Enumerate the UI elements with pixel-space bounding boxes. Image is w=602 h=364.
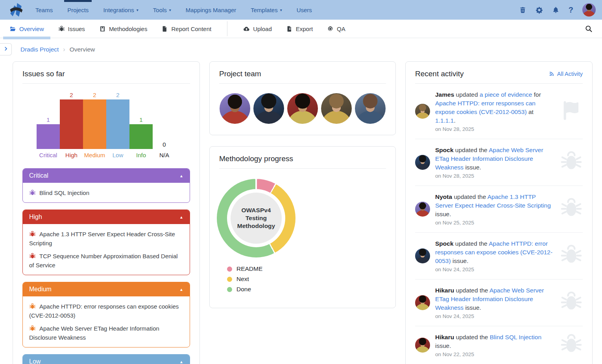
bug-icon (560, 150, 583, 175)
team-member-avatar[interactable] (287, 93, 318, 124)
bar-category-label: Critical (39, 152, 57, 158)
activity-link[interactable]: Apache HTTPD: error responses can expose… (435, 100, 536, 115)
bar (106, 99, 129, 149)
bug-icon (29, 325, 39, 332)
activity-user: Hikaru (435, 287, 454, 294)
tab-label: QA (337, 26, 345, 32)
team-member-avatar[interactable] (220, 93, 250, 124)
methodology-donut-chart: OWASPv4 Testing Methodology (217, 179, 295, 257)
nav-item-projects[interactable]: Projects (67, 0, 89, 20)
bar-category-label: Low (113, 152, 124, 158)
bug-icon (29, 253, 39, 259)
bug-icon (29, 231, 39, 237)
issue-link[interactable]: Apache HTTPD: error responses can expose… (29, 303, 179, 319)
legend-item: Next (219, 276, 386, 283)
tab-report-content[interactable]: Report Content (161, 20, 211, 38)
tab-upload[interactable]: Upload (243, 20, 272, 38)
issue-item: TCP Sequence Number Approximation Based … (29, 252, 183, 270)
activity-text: James updated a piece of evidence for Ap… (435, 90, 554, 125)
bar (60, 99, 83, 149)
all-activity-link[interactable]: All Activity (549, 70, 583, 78)
tab-qa[interactable]: QA (327, 20, 345, 38)
severity-panel-header[interactable]: High▲ (23, 210, 190, 224)
nav-item-integrations[interactable]: Integrations▾ (103, 0, 138, 20)
nav-item-tools[interactable]: Tools▾ (153, 0, 171, 20)
activity-plain-text: . (454, 117, 455, 124)
severity-panel-critical: Critical▲Blind SQL Injection (22, 168, 190, 203)
activity-plain-text: updated the (455, 147, 489, 153)
user-avatar[interactable] (582, 3, 596, 17)
chart-column-high: 2High (60, 92, 83, 158)
activity-plain-text: issue. (451, 257, 469, 264)
issue-link[interactable]: Apache Web Server ETag Header Informatio… (29, 325, 159, 341)
project-subnav: OverviewIssuesMethodologiesReport Conten… (0, 20, 602, 38)
search-icon[interactable] (585, 25, 593, 33)
tab-export[interactable]: Export (286, 20, 313, 38)
issues-bar-chart: 1Critical2High2Medium2Low1Info0N/A (13, 84, 199, 158)
chart-column-n-a: 0N/A (153, 141, 176, 158)
bug-icon (29, 303, 39, 310)
issue-item: Blind SQL Injection (29, 188, 183, 197)
tab-overview[interactable]: Overview (9, 20, 44, 38)
tab-label: Upload (253, 26, 272, 32)
nav-item-users[interactable]: Users (297, 0, 312, 20)
nav-item-mappings-manager[interactable]: Mappings Manager (186, 0, 236, 20)
activity-link[interactable]: Apache 1.3 HTTP Server Expect Header Cro… (435, 193, 551, 209)
chevron-down-icon: ▾ (280, 8, 282, 12)
activity-user: Nyota (435, 193, 452, 200)
activity-plain-text: issue. (435, 342, 451, 349)
issue-link[interactable]: Blind SQL Injection (39, 189, 89, 196)
bell-icon[interactable] (552, 6, 560, 14)
bar (83, 99, 106, 149)
bar-value-label: 2 (116, 92, 119, 98)
issue-link[interactable]: TCP Sequence Number Approximation Based … (29, 253, 178, 268)
severity-panel-header[interactable]: Critical▲ (23, 169, 190, 183)
nav-item-templates[interactable]: Templates▾ (251, 0, 282, 20)
activity-link[interactable]: 1.1.1.1 (435, 117, 454, 124)
issue-item: Apache 1.3 HTTP Server Expect Header Cro… (29, 230, 183, 248)
breadcrumb-project-link[interactable]: Dradis Project (20, 46, 59, 53)
collapse-caret-icon: ▲ (179, 360, 183, 364)
nav-item-teams[interactable]: Teams (35, 0, 53, 20)
activity-plain-text: at (527, 108, 534, 115)
breadcrumb-separator: › (63, 46, 65, 53)
donut-legend: READMENextDone (210, 265, 395, 308)
severity-panels: Critical▲Blind SQL InjectionHigh▲Apache … (13, 158, 199, 364)
team-member-avatar[interactable] (253, 93, 284, 124)
gear-icon[interactable] (536, 6, 543, 14)
activity-plain-text: updated the (456, 287, 489, 294)
activity-plain-text: updated the (454, 193, 487, 200)
activity-entry: Spock updated the Apache HTTPD: error re… (415, 232, 583, 279)
activity-feed: James updated a piece of evidence for Ap… (406, 84, 592, 364)
avatar (415, 155, 430, 170)
severity-panel-header[interactable]: Low▲ (23, 355, 190, 364)
issue-link[interactable]: Apache 1.3 HTTP Server Expect Header Cro… (29, 231, 175, 246)
tab-methodologies[interactable]: Methodologies (99, 20, 148, 38)
severity-label: Medium (29, 286, 52, 293)
legend-dot (227, 287, 232, 292)
activity-user: Spock (435, 147, 454, 153)
activity-link[interactable]: Blind SQL Injection (490, 334, 541, 340)
team-member-avatar[interactable] (321, 93, 352, 124)
severity-panel-high: High▲Apache 1.3 HTTP Server Expect Heade… (22, 210, 190, 275)
team-member-avatar[interactable] (355, 93, 386, 124)
subnav-divider (227, 21, 227, 36)
tab-issues[interactable]: Issues (58, 20, 85, 38)
bug-icon (560, 244, 583, 268)
activity-user: Spock (435, 240, 454, 247)
methodology-card-title: Methodology progress (219, 154, 293, 163)
sidebar-toggle-button[interactable] (0, 43, 12, 55)
help-icon[interactable]: ? (569, 6, 573, 15)
nav-item-label: Mappings Manager (186, 7, 236, 13)
severity-panel-header[interactable]: Medium▲ (23, 282, 190, 296)
bar-value-label: 2 (93, 92, 96, 98)
navbar-toolbar: ? (519, 3, 596, 17)
bar-value-label: 2 (70, 92, 73, 98)
legend-item: Done (219, 286, 386, 293)
activity-link[interactable]: a piece of evidence (480, 91, 532, 98)
bar-category-label: Info (136, 152, 146, 158)
methodology-card: Methodology progress OWASPv4 Testing Met… (209, 146, 396, 308)
trash-icon[interactable] (519, 6, 526, 14)
dradis-logo-icon[interactable] (9, 2, 24, 17)
activity-text: Spock updated the Apache Web Server ETag… (435, 146, 554, 172)
